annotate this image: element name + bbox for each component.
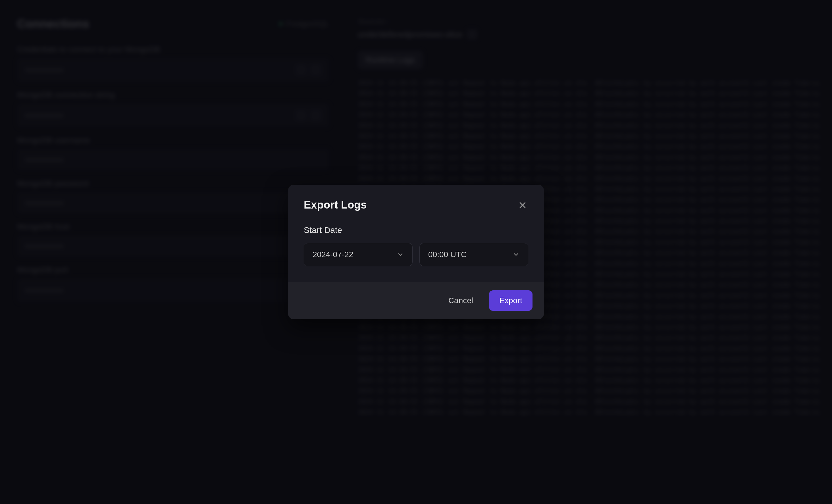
chevron-down-icon xyxy=(397,251,404,258)
cancel-button[interactable]: Cancel xyxy=(438,290,483,311)
export-logs-modal: Export Logs Start Date 2024-07-22 xyxy=(288,185,544,319)
close-button[interactable] xyxy=(517,200,528,211)
start-date-label: Start Date xyxy=(304,225,528,235)
modal-footer: Cancel Export xyxy=(288,282,544,319)
chevron-down-icon xyxy=(513,251,519,258)
export-button[interactable]: Export xyxy=(489,290,532,311)
time-value: 00:00 UTC xyxy=(428,250,467,259)
time-select[interactable]: 00:00 UTC xyxy=(419,243,528,266)
modal-title: Export Logs xyxy=(304,199,367,211)
date-value: 2024-07-22 xyxy=(313,250,353,259)
date-select[interactable]: 2024-07-22 xyxy=(304,243,413,266)
close-icon xyxy=(518,201,527,209)
modal-overlay: Export Logs Start Date 2024-07-22 xyxy=(0,0,832,504)
